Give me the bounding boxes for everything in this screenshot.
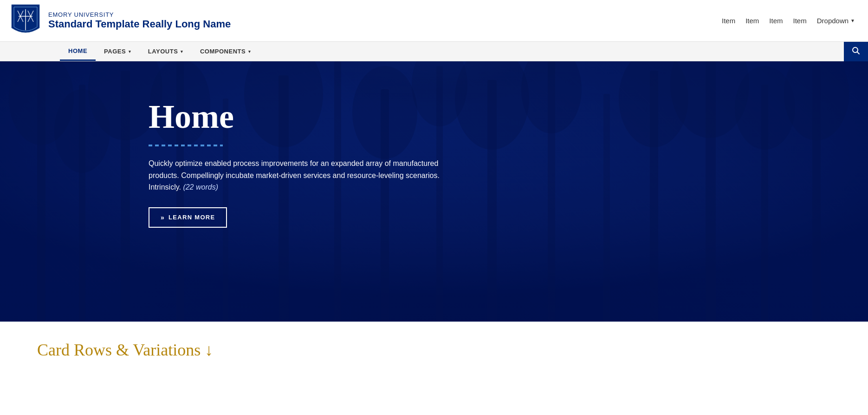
secondary-nav: HOME PAGES ▾ LAYOUTS ▾ COMPONENTS ▾ xyxy=(0,42,868,61)
top-header: EMORY UNIVERSITY Standard Template Reall… xyxy=(0,0,868,42)
search-icon xyxy=(852,46,860,57)
below-hero-section: Card Rows & Variations ↓ xyxy=(0,322,868,378)
nav-item-layouts[interactable]: LAYOUTS ▾ xyxy=(140,42,192,61)
nav-item-pages[interactable]: PAGES ▾ xyxy=(96,42,140,61)
svg-line-7 xyxy=(857,52,860,54)
top-nav-item-3[interactable]: Item xyxy=(765,15,786,26)
site-name: Standard Template Really Long Name xyxy=(48,18,231,30)
top-nav-dropdown[interactable]: Dropdown ▼ xyxy=(813,15,859,26)
nav-label-components: COMPONENTS xyxy=(200,48,246,55)
hero-section: Home Quickly optimize enabled process im… xyxy=(0,61,868,322)
card-rows-title: Card Rows & Variations ↓ xyxy=(37,340,831,360)
top-nav-item-1[interactable]: Item xyxy=(718,15,739,26)
secondary-nav-items: HOME PAGES ▾ LAYOUTS ▾ COMPONENTS ▾ xyxy=(60,42,259,61)
nav-item-home[interactable]: HOME xyxy=(60,42,96,61)
hero-description: Quickly optimize enabled process improve… xyxy=(149,158,464,193)
top-nav: Item Item Item Item Dropdown ▼ xyxy=(718,15,859,26)
dropdown-caret-icon: ▼ xyxy=(850,18,855,23)
search-button[interactable] xyxy=(844,42,868,61)
top-nav-item-4[interactable]: Item xyxy=(790,15,810,26)
hero-content: Home Quickly optimize enabled process im… xyxy=(0,61,464,228)
nav-item-components[interactable]: COMPONENTS ▾ xyxy=(192,42,259,61)
pages-caret-icon: ▾ xyxy=(129,49,131,54)
logo-area: EMORY UNIVERSITY Standard Template Reall… xyxy=(9,2,260,40)
dropdown-label: Dropdown xyxy=(817,17,849,25)
hero-divider-icon xyxy=(149,145,223,146)
learn-more-button[interactable]: » LEARN MORE xyxy=(149,207,227,228)
top-nav-item-2[interactable]: Item xyxy=(742,15,763,26)
learn-more-label: LEARN MORE xyxy=(168,214,215,221)
university-logo-icon xyxy=(9,2,42,40)
hero-description-suffix: (22 words) xyxy=(183,183,218,191)
nav-label-layouts: LAYOUTS xyxy=(148,48,178,55)
logo-text: EMORY UNIVERSITY Standard Template Reall… xyxy=(48,11,231,30)
layouts-caret-icon: ▾ xyxy=(181,49,183,54)
nav-label-home: HOME xyxy=(68,47,87,54)
learn-more-icon: » xyxy=(161,214,165,221)
components-caret-icon: ▾ xyxy=(248,49,251,54)
hero-title: Home xyxy=(149,99,464,135)
university-name: EMORY UNIVERSITY xyxy=(48,11,231,18)
nav-label-pages: PAGES xyxy=(104,48,126,55)
